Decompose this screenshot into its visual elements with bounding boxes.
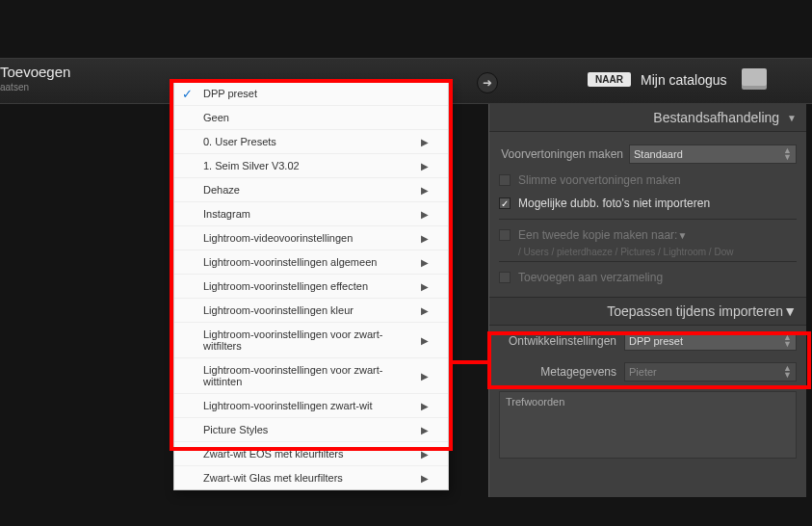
dropdown-item-label: Lightroom-voorinstellingen voor zwart-wi… xyxy=(203,364,421,387)
file-handling-title: Bestandsafhandeling xyxy=(653,110,779,125)
dropdown-submenu-item[interactable]: Lightroom-voorinstellingen zwart-wit▶ xyxy=(174,394,448,418)
build-previews-label: Voorvertoningen maken xyxy=(499,147,629,161)
dropdown-submenu-item[interactable]: Lightroom-voorinstellingen voor zwart-wi… xyxy=(174,323,448,358)
dropdown-submenu-item[interactable]: Zwart-wit EOS met kleurfilters▶ xyxy=(174,442,448,466)
chevron-right-icon: ▶ xyxy=(421,449,429,460)
file-handling-panel-header[interactable]: Bestandsafhandeling ▼ xyxy=(489,104,806,132)
chevron-right-icon: ▶ xyxy=(421,335,429,346)
select-stepper-icon: ▲▼ xyxy=(783,147,792,161)
annotation-connector-line xyxy=(449,360,491,364)
dropdown-item-label: Geen xyxy=(203,112,229,123)
dropdown-submenu-item[interactable]: Lightroom-voorinstellingen effecten▶ xyxy=(174,275,448,299)
develop-preset-dropdown: ✓ DPP preset Geen 0. User Presets▶1. Sei… xyxy=(173,81,449,490)
select-stepper-icon: ▲▼ xyxy=(783,365,792,379)
chevron-right-icon: ▶ xyxy=(421,137,429,147)
drive-icon xyxy=(742,68,767,86)
dropdown-item-selected[interactable]: ✓ DPP preset xyxy=(174,82,448,106)
dropdown-item-label: Lightroom-voorinstellingen kleur xyxy=(203,304,354,316)
chevron-right-icon: ▶ xyxy=(421,161,429,171)
chevron-right-icon: ▶ xyxy=(421,401,429,411)
dropdown-item-label: Lightroom-voorinstellingen algemeen xyxy=(203,256,377,268)
dropdown-item-none[interactable]: Geen xyxy=(174,106,448,130)
build-previews-value: Standaard xyxy=(634,148,683,160)
chevron-right-icon: ▶ xyxy=(421,209,429,220)
chevron-right-icon: ▶ xyxy=(421,425,429,435)
dropdown-submenu-item[interactable]: 0. User Presets▶ xyxy=(174,130,448,154)
second-copy-label: Een tweede kopie maken naar: xyxy=(518,228,677,242)
develop-settings-select[interactable]: DPP preset ▲▼ xyxy=(624,331,797,351)
smart-previews-checkbox[interactable] xyxy=(499,174,511,186)
dropdown-item-label: Instagram xyxy=(203,208,250,220)
dropdown-item-label: Picture Styles xyxy=(203,424,268,435)
no-duplicates-checkbox[interactable]: ✓ xyxy=(499,197,511,209)
dropdown-item-label: Lightroom-voorinstellingen zwart-wit xyxy=(203,400,372,411)
second-copy-checkbox[interactable] xyxy=(499,229,511,241)
dropdown-submenu-item[interactable]: Lightroom-videovoorinstellingen▶ xyxy=(174,226,448,250)
metadata-select[interactable]: Pieter ▲▼ xyxy=(624,362,797,381)
chevron-down-icon: ▼ xyxy=(677,230,687,241)
apply-during-import-title: Toepassen tijdens importeren xyxy=(607,303,783,319)
dropdown-submenu-item[interactable]: Picture Styles▶ xyxy=(174,418,448,442)
dropdown-item-label: DPP preset xyxy=(203,88,257,99)
keywords-label: Trefwoorden xyxy=(506,396,564,408)
develop-settings-value: DPP preset xyxy=(629,335,683,347)
dropdown-submenu-item[interactable]: Dehaze▶ xyxy=(174,178,448,202)
dropdown-item-label: Lightroom-videovoorinstellingen xyxy=(203,232,353,244)
dropdown-item-label: Lightroom-voorinstellingen voor zwart-wi… xyxy=(203,329,421,352)
dropdown-submenu-item[interactable]: Instagram▶ xyxy=(174,202,448,226)
smart-previews-label: Slimme voorvertoningen maken xyxy=(518,173,681,187)
apply-during-import-panel-header[interactable]: Toepassen tijdens importeren ▼ xyxy=(489,297,806,326)
chevron-right-icon: ▶ xyxy=(421,305,429,316)
dropdown-item-label: 0. User Presets xyxy=(203,136,276,147)
dropdown-item-label: Zwart-wit EOS met kleurfilters xyxy=(203,448,343,460)
chevron-down-icon: ▼ xyxy=(783,303,797,319)
arrow-right-icon: ➜ xyxy=(483,76,492,90)
dropdown-item-label: 1. Seim Silver V3.02 xyxy=(203,160,300,171)
dropdown-item-label: Lightroom-voorinstellingen effecten xyxy=(203,280,368,292)
build-previews-select[interactable]: Standaard ▲▼ xyxy=(629,145,797,164)
destination-arrow-button[interactable]: ➜ xyxy=(477,72,498,93)
metadata-label: Metagegevens xyxy=(499,365,624,379)
dropdown-submenu-item[interactable]: Lightroom-voorinstellingen algemeen▶ xyxy=(174,250,448,275)
dropdown-item-label: Dehaze xyxy=(203,184,240,196)
dropdown-submenu-item[interactable]: Lightroom-voorinstellingen voor zwart-wi… xyxy=(174,358,448,394)
dropdown-submenu-item[interactable]: Zwart-wit Glas met kleurfilters▶ xyxy=(174,466,448,489)
chevron-right-icon: ▶ xyxy=(421,233,429,244)
chevron-right-icon: ▶ xyxy=(421,473,429,484)
second-copy-path: / Users / pieterdhaeze / Pictures / Ligh… xyxy=(499,247,797,257)
dropdown-submenu-item[interactable]: Lightroom-voorinstellingen kleur▶ xyxy=(174,299,448,323)
import-mode-subtitle: aatsen xyxy=(0,82,70,92)
add-to-collection-checkbox[interactable] xyxy=(499,272,511,283)
keywords-input[interactable]: Trefwoorden xyxy=(499,391,797,459)
select-stepper-icon: ▲▼ xyxy=(783,334,792,348)
catalog-name-label: Mijn catalogus xyxy=(641,72,727,88)
dropdown-item-label: Zwart-wit Glas met kleurfilters xyxy=(203,472,343,484)
chevron-down-icon: ▼ xyxy=(787,113,797,123)
checkmark-icon: ✓ xyxy=(182,87,193,101)
import-mode-title[interactable]: Toevoegen xyxy=(0,64,70,80)
dropdown-submenu-item[interactable]: 1. Seim Silver V3.02▶ xyxy=(174,154,448,178)
naar-badge: NAAR xyxy=(588,72,631,87)
no-duplicates-label: Mogelijke dubb. foto's niet importeren xyxy=(518,197,710,210)
metadata-value: Pieter xyxy=(629,366,657,378)
chevron-right-icon: ▶ xyxy=(421,371,429,381)
develop-settings-label: Ontwikkelinstellingen xyxy=(499,334,624,348)
chevron-right-icon: ▶ xyxy=(421,185,429,196)
chevron-right-icon: ▶ xyxy=(421,257,429,268)
chevron-right-icon: ▶ xyxy=(421,281,429,292)
add-to-collection-label: Toevoegen aan verzameling xyxy=(518,271,663,284)
